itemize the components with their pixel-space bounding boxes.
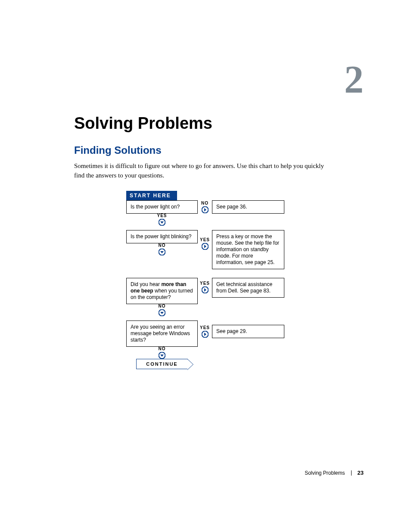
continue-box: CONTINUE [136, 359, 188, 369]
arrow-right-icon [202, 331, 209, 338]
page-footer: Solving Problems 23 [305, 470, 364, 476]
flow-question: Did you hear more than one beep when you… [126, 278, 198, 304]
flow-branch-down: NO [126, 243, 198, 255]
flow-step: Is the power light blinking? NO YES Pres… [126, 230, 299, 269]
arrow-down-icon [159, 309, 165, 316]
continue-arrow-icon [187, 359, 193, 370]
flow-question: Is the power light on? [126, 200, 198, 214]
flow-branch-side: NO [198, 201, 212, 213]
arrow-down-icon [159, 249, 165, 255]
branch-label: NO [201, 201, 209, 205]
flow-step: Is the power light on? NO See page 36. [126, 200, 299, 214]
flow-answer: See page 36. [212, 200, 284, 214]
arrow-down-icon [159, 219, 165, 226]
flow-step: Are you seeing an error message before W… [126, 320, 299, 347]
branch-label: NO [159, 347, 166, 351]
arrow-right-icon [202, 243, 209, 250]
branch-label: NO [159, 304, 166, 308]
chapter-number: 2 [344, 60, 364, 99]
flow-branch-down: NO [126, 304, 198, 316]
document-page: 2 Solving Problems Finding Solutions Som… [0, 0, 411, 532]
flow-branch-side: YES [198, 326, 212, 338]
section-heading: Finding Solutions [74, 144, 162, 156]
flow-question: Is the power light blinking? [126, 230, 198, 243]
footer-section: Solving Problems [305, 470, 345, 476]
branch-label: YES [200, 326, 210, 330]
flow-step: Did you hear more than one beep when you… [126, 278, 299, 304]
arrow-right-icon [202, 206, 209, 213]
flow-branch-side: YES [198, 281, 212, 293]
footer-page-number: 23 [358, 470, 364, 476]
branch-label: NO [159, 243, 166, 248]
branch-label: YES [200, 238, 210, 242]
branch-label: YES [200, 281, 210, 286]
flow-answer: Press a key or move the mouse. See the h… [212, 230, 284, 269]
branch-label: YES [157, 214, 167, 218]
flow-branch-down: YES [126, 214, 198, 226]
arrow-down-icon [159, 352, 165, 359]
flow-question: Are you seeing an error message before W… [126, 320, 198, 347]
intro-paragraph: Sometimes it is difficult to figure out … [74, 162, 335, 180]
continue-label: CONTINUE [146, 361, 177, 367]
start-here-label: START HERE [126, 191, 177, 200]
flow-branch-down: NO [126, 347, 198, 359]
flow-answer: See page 29. [212, 325, 284, 338]
footer-separator [351, 470, 352, 476]
flow-answer: Get technical assistance from Dell. See … [212, 278, 284, 298]
flowchart: START HERE Is the power light on? NO See… [126, 191, 299, 369]
page-title: Solving Problems [74, 114, 212, 133]
arrow-right-icon [202, 286, 209, 293]
continue-wrap: CONTINUE [126, 359, 198, 369]
flow-branch-side: YES [198, 238, 212, 250]
